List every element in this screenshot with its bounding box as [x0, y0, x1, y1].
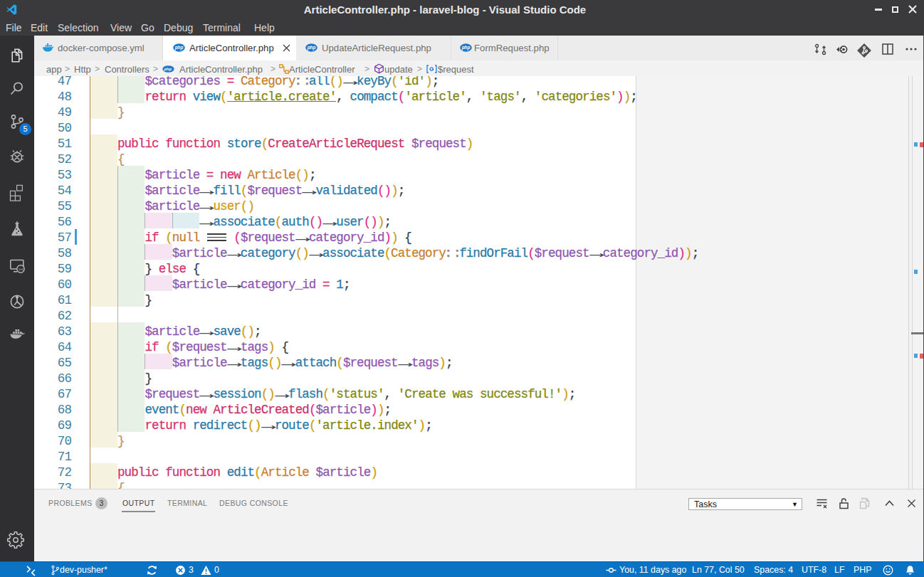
- svg-text:php: php: [174, 45, 184, 51]
- svg-text:php: php: [461, 45, 471, 51]
- svg-text:php: php: [307, 45, 316, 51]
- svg-text:php: php: [164, 67, 172, 71]
- svg-text:><: ><: [19, 267, 24, 272]
